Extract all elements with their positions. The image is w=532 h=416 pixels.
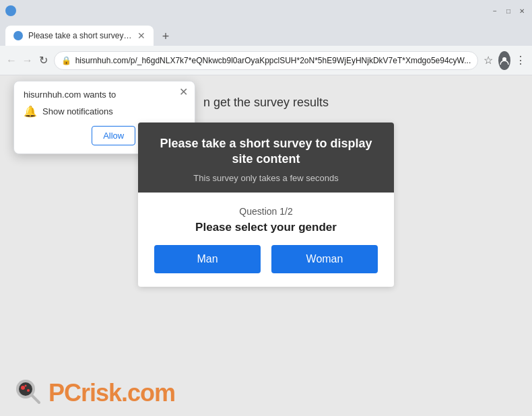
page-content: n get the survey results ✕ hisurnhuh.com… (0, 75, 532, 416)
allow-button[interactable]: Allow (92, 126, 135, 145)
address-bar: ← → ↻ 🔒 hisurnhuh.com/p/_h6gdNLX7k7*eQNk… (0, 46, 532, 75)
maximize-button[interactable]: □ (504, 6, 513, 15)
bell-icon: 🔔 (24, 105, 37, 118)
survey-body: Question 1/2 Please select your gender M… (138, 193, 394, 287)
svg-point-5 (25, 385, 27, 387)
bg-hint-text: n get the survey results (203, 96, 329, 110)
survey-card: Please take a short survey to display si… (138, 123, 394, 287)
popup-close-button[interactable]: ✕ (179, 87, 188, 98)
refresh-button[interactable]: ↻ (38, 51, 50, 70)
svg-point-2 (19, 382, 32, 396)
bookmark-star-button[interactable]: ☆ (482, 51, 494, 70)
svg-line-6 (32, 396, 39, 403)
browser-tab[interactable]: Please take a short survey to disp... ✕ (5, 26, 154, 46)
pcrisk-logo-icon (13, 377, 46, 409)
profile-button[interactable] (498, 51, 510, 70)
popup-notification-text: Show notifications (42, 106, 113, 116)
popup-notification-row: 🔔 Show notifications (24, 105, 185, 118)
tab-close-button[interactable]: ✕ (137, 31, 145, 40)
tab-bar: Please take a short survey to disp... ✕ … (0, 22, 532, 46)
close-window-button[interactable]: ✕ (517, 6, 527, 15)
pc-part: PC (48, 379, 81, 407)
tab-title: Please take a short survey to disp... (28, 31, 132, 40)
minimize-button[interactable]: − (490, 6, 500, 15)
pcrisk-watermark: PCrisk.com (13, 377, 175, 409)
woman-button[interactable]: Woman (271, 245, 378, 273)
question-number: Question 1/2 (154, 206, 378, 217)
survey-header: Please take a short survey to display si… (138, 123, 394, 193)
risk-part: risk.com (81, 379, 175, 407)
back-button[interactable]: ← (5, 51, 18, 70)
forward-button[interactable]: → (22, 51, 34, 70)
url-text: hisurnhuh.com/p/_h6gdNLX7k7*eQNkwcb9l0ar… (75, 56, 471, 65)
pcrisk-text: PCrisk.com (48, 379, 175, 407)
survey-buttons: Man Woman (154, 245, 378, 273)
title-bar: − □ ✕ (0, 0, 532, 22)
lock-icon: 🔒 (61, 56, 71, 65)
new-tab-button[interactable]: + (156, 27, 175, 46)
svg-point-3 (21, 386, 25, 390)
question-text: Please select your gender (154, 221, 378, 234)
survey-subtitle: This survey only takes a few seconds (154, 173, 378, 183)
man-button[interactable]: Man (154, 245, 261, 273)
browser-favicon (5, 5, 16, 16)
url-box[interactable]: 🔒 hisurnhuh.com/p/_h6gdNLX7k7*eQNkwcb9l0… (54, 51, 479, 70)
survey-title: Please take a short survey to display si… (154, 136, 378, 168)
svg-point-4 (27, 389, 30, 392)
window-controls: − □ ✕ (490, 6, 527, 15)
chrome-menu-button[interactable]: ⋮ (514, 51, 527, 70)
popup-title: hisurnhuh.com wants to (24, 90, 185, 100)
tab-favicon (13, 31, 23, 40)
